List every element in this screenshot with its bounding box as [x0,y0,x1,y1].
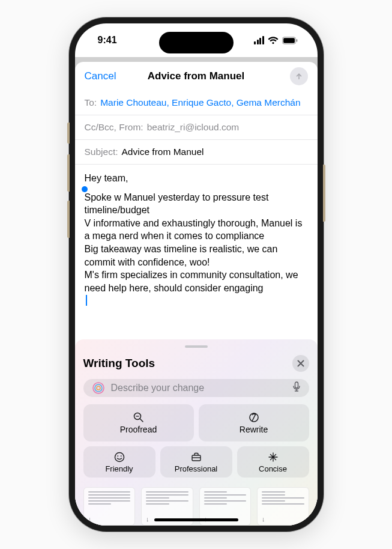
subject-label: Subject: [85,147,118,157]
svg-point-12 [115,452,124,461]
home-indicator[interactable] [154,518,238,521]
to-recipients[interactable]: Marie Chouteau, Enrique Gacto, Gema Merc… [100,97,300,108]
smile-icon [113,451,125,463]
prompt-input[interactable]: Describe your change [83,379,309,397]
rewrite-icon [248,411,260,423]
panel-title: Writing Tools [83,357,155,370]
prompt-placeholder: Describe your change [111,383,286,393]
to-field[interactable]: To: Marie Chouteau, Enrique Gacto, Gema … [75,91,318,115]
svg-rect-2 [296,39,297,41]
rewrite-button[interactable]: Rewrite [199,404,309,441]
close-button[interactable] [292,355,309,372]
body-greeting: Hey team, [85,172,308,185]
nav-title: Advice from Manuel [148,70,245,82]
selection-handle-start[interactable] [82,186,88,192]
magnifier-icon [133,411,145,423]
siri-icon [92,381,105,395]
selected-text[interactable]: Spoke w Manuel yesterday to pressure tes… [85,191,308,295]
compose-sheet: Cancel Advice from Manuel To: Marie Chou… [75,62,318,526]
professional-button[interactable]: Professional [160,446,232,478]
status-time: 9:41 [98,35,117,46]
cellular-icon [254,36,264,44]
proofread-button[interactable]: Proofread [83,404,194,441]
selection-handle-end[interactable] [86,295,87,306]
sparkle-icon [267,451,279,463]
cc-label: Cc/Bcc, From: [85,122,143,133]
screen: 9:41 Cancel Advice from Manuel [75,23,318,526]
wifi-icon [268,37,279,44]
writing-tools-panel: Writing Tools Describe your change [75,339,318,526]
phone-frame: 9:41 Cancel Advice from Manuel [69,17,324,532]
subject-value: Advice from Manuel [122,147,204,157]
send-button[interactable] [290,67,308,85]
concise-button[interactable]: Concise [237,446,309,478]
arrow-up-icon [294,71,304,81]
svg-rect-1 [283,38,295,43]
friendly-button[interactable]: Friendly [83,446,155,478]
to-label: To: [85,97,97,108]
cc-bcc-from-field[interactable]: Cc/Bcc, From: beatriz_ri@icloud.com [75,115,318,140]
close-icon [297,360,304,367]
battery-icon [282,37,298,44]
briefcase-icon [190,451,202,463]
mic-icon[interactable] [292,381,301,395]
cancel-button[interactable]: Cancel [85,70,116,82]
svg-point-14 [120,455,121,456]
svg-rect-6 [295,382,298,388]
panel-grabber[interactable] [185,345,208,348]
dynamic-island [159,32,234,53]
nav-bar: Cancel Advice from Manuel [75,62,318,91]
svg-point-5 [97,386,100,390]
subject-field[interactable]: Subject: Advice from Manuel [75,140,318,165]
svg-point-4 [95,384,102,392]
svg-line-8 [140,419,143,422]
from-email: beatriz_ri@icloud.com [147,122,240,133]
format-thumb-4[interactable]: ↓ [257,487,309,526]
format-thumb-1[interactable]: ↓ [83,487,136,526]
svg-point-13 [117,455,118,456]
